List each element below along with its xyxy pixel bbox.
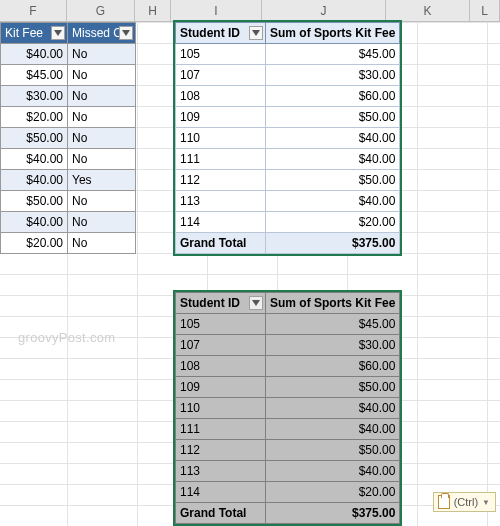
source-header-fee[interactable]: Kit Fee bbox=[1, 23, 68, 44]
cell-sum[interactable]: $60.00 bbox=[266, 86, 400, 107]
cell-sum[interactable]: $20.00 bbox=[266, 212, 400, 233]
table-row[interactable]: 110$40.00 bbox=[176, 128, 400, 149]
table-row[interactable]: $40.00No bbox=[1, 149, 136, 170]
cell-sum[interactable]: $40.00 bbox=[266, 398, 400, 419]
pasted-header-sum[interactable]: Sum of Sports Kit Fee bbox=[266, 293, 400, 314]
table-row[interactable]: 113$40.00 bbox=[176, 191, 400, 212]
cell-id[interactable]: 110 bbox=[176, 398, 266, 419]
cell-sum[interactable]: $40.00 bbox=[266, 149, 400, 170]
cell-fee[interactable]: $40.00 bbox=[1, 44, 68, 65]
cell-id[interactable]: 107 bbox=[176, 65, 266, 86]
table-row[interactable]: 112$50.00 bbox=[176, 440, 400, 461]
col-header-I[interactable]: I bbox=[171, 0, 262, 21]
cell-sum[interactable]: $50.00 bbox=[266, 377, 400, 398]
table-row[interactable]: $50.00No bbox=[1, 128, 136, 149]
table-row[interactable]: $40.00No bbox=[1, 212, 136, 233]
table-row[interactable]: 114$20.00 bbox=[176, 212, 400, 233]
cell-sum[interactable]: $60.00 bbox=[266, 356, 400, 377]
cell-sum[interactable]: $40.00 bbox=[266, 191, 400, 212]
grid-area[interactable]: Kit Fee Missed Cl $40.00No$45.00No$30.00… bbox=[0, 22, 500, 526]
source-header-missed[interactable]: Missed Cl bbox=[68, 23, 136, 44]
filter-dropdown-icon[interactable] bbox=[249, 26, 263, 40]
cell-id[interactable]: 110 bbox=[176, 128, 266, 149]
cell-sum[interactable]: $50.00 bbox=[266, 440, 400, 461]
col-header-L[interactable]: L bbox=[470, 0, 500, 21]
table-row[interactable]: 108$60.00 bbox=[176, 86, 400, 107]
col-header-G[interactable]: G bbox=[67, 0, 135, 21]
pivot-header-sum[interactable]: Sum of Sports Kit Fee bbox=[266, 23, 400, 44]
source-table[interactable]: Kit Fee Missed Cl $40.00No$45.00No$30.00… bbox=[0, 22, 136, 254]
table-row[interactable]: 112$50.00 bbox=[176, 170, 400, 191]
cell-id[interactable]: 105 bbox=[176, 314, 266, 335]
cell-id[interactable]: 111 bbox=[176, 149, 266, 170]
filter-dropdown-icon[interactable] bbox=[249, 296, 263, 310]
cell-id[interactable]: 108 bbox=[176, 86, 266, 107]
cell-missed[interactable]: No bbox=[68, 44, 136, 65]
pivot-table-pasted[interactable]: Student ID Sum of Sports Kit Fee 105$45.… bbox=[175, 292, 400, 524]
table-row[interactable]: 107$30.00 bbox=[176, 335, 400, 356]
cell-missed[interactable]: No bbox=[68, 233, 136, 254]
cell-sum[interactable]: $40.00 bbox=[266, 128, 400, 149]
cell-id[interactable]: 109 bbox=[176, 107, 266, 128]
table-row[interactable]: 109$50.00 bbox=[176, 107, 400, 128]
cell-sum[interactable]: $40.00 bbox=[266, 461, 400, 482]
table-row[interactable]: 110$40.00 bbox=[176, 398, 400, 419]
cell-missed[interactable]: No bbox=[68, 149, 136, 170]
cell-fee[interactable]: $40.00 bbox=[1, 170, 68, 191]
table-row[interactable]: $40.00Yes bbox=[1, 170, 136, 191]
cell-id[interactable]: 113 bbox=[176, 461, 266, 482]
worksheet[interactable]: F G H I J K L Kit Fee Missed Cl bbox=[0, 0, 500, 526]
cell-id[interactable]: 109 bbox=[176, 377, 266, 398]
table-row[interactable]: $45.00No bbox=[1, 65, 136, 86]
cell-sum[interactable]: $30.00 bbox=[266, 65, 400, 86]
table-row[interactable]: 105$45.00 bbox=[176, 44, 400, 65]
cell-id[interactable]: 112 bbox=[176, 170, 266, 191]
cell-missed[interactable]: No bbox=[68, 212, 136, 233]
cell-id[interactable]: 113 bbox=[176, 191, 266, 212]
cell-fee[interactable]: $40.00 bbox=[1, 212, 68, 233]
paste-options-button[interactable]: (Ctrl) ▼ bbox=[433, 492, 496, 512]
cell-id[interactable]: 114 bbox=[176, 482, 266, 503]
table-row[interactable]: 111$40.00 bbox=[176, 149, 400, 170]
cell-fee[interactable]: $20.00 bbox=[1, 107, 68, 128]
cell-id[interactable]: 105 bbox=[176, 44, 266, 65]
filter-dropdown-icon[interactable] bbox=[51, 26, 65, 40]
cell-sum[interactable]: $45.00 bbox=[266, 314, 400, 335]
col-header-H[interactable]: H bbox=[135, 0, 171, 21]
table-row[interactable]: 109$50.00 bbox=[176, 377, 400, 398]
cell-fee[interactable]: $50.00 bbox=[1, 191, 68, 212]
cell-missed[interactable]: No bbox=[68, 128, 136, 149]
table-row[interactable]: $30.00No bbox=[1, 86, 136, 107]
cell-sum[interactable]: $50.00 bbox=[266, 107, 400, 128]
cell-sum[interactable]: $45.00 bbox=[266, 44, 400, 65]
col-header-F[interactable]: F bbox=[0, 0, 67, 21]
cell-sum[interactable]: $50.00 bbox=[266, 170, 400, 191]
table-row[interactable]: $20.00No bbox=[1, 107, 136, 128]
pivot-table-original[interactable]: Student ID Sum of Sports Kit Fee 105$45.… bbox=[175, 22, 400, 254]
cell-missed[interactable]: No bbox=[68, 107, 136, 128]
table-row[interactable]: 107$30.00 bbox=[176, 65, 400, 86]
cell-missed[interactable]: No bbox=[68, 86, 136, 107]
pivot-header-id[interactable]: Student ID bbox=[176, 23, 266, 44]
cell-fee[interactable]: $50.00 bbox=[1, 128, 68, 149]
cell-missed[interactable]: No bbox=[68, 65, 136, 86]
table-row[interactable]: 111$40.00 bbox=[176, 419, 400, 440]
cell-fee[interactable]: $20.00 bbox=[1, 233, 68, 254]
cell-fee[interactable]: $45.00 bbox=[1, 65, 68, 86]
cell-id[interactable]: 108 bbox=[176, 356, 266, 377]
cell-missed[interactable]: Yes bbox=[68, 170, 136, 191]
filter-dropdown-icon[interactable] bbox=[119, 26, 133, 40]
cell-fee[interactable]: $40.00 bbox=[1, 149, 68, 170]
table-row[interactable]: 108$60.00 bbox=[176, 356, 400, 377]
pasted-header-id[interactable]: Student ID bbox=[176, 293, 266, 314]
cell-sum[interactable]: $40.00 bbox=[266, 419, 400, 440]
table-row[interactable]: $50.00No bbox=[1, 191, 136, 212]
cell-sum[interactable]: $20.00 bbox=[266, 482, 400, 503]
cell-sum[interactable]: $30.00 bbox=[266, 335, 400, 356]
cell-id[interactable]: 111 bbox=[176, 419, 266, 440]
table-row[interactable]: $20.00No bbox=[1, 233, 136, 254]
cell-missed[interactable]: No bbox=[68, 191, 136, 212]
cell-fee[interactable]: $30.00 bbox=[1, 86, 68, 107]
col-header-K[interactable]: K bbox=[386, 0, 470, 21]
cell-id[interactable]: 114 bbox=[176, 212, 266, 233]
